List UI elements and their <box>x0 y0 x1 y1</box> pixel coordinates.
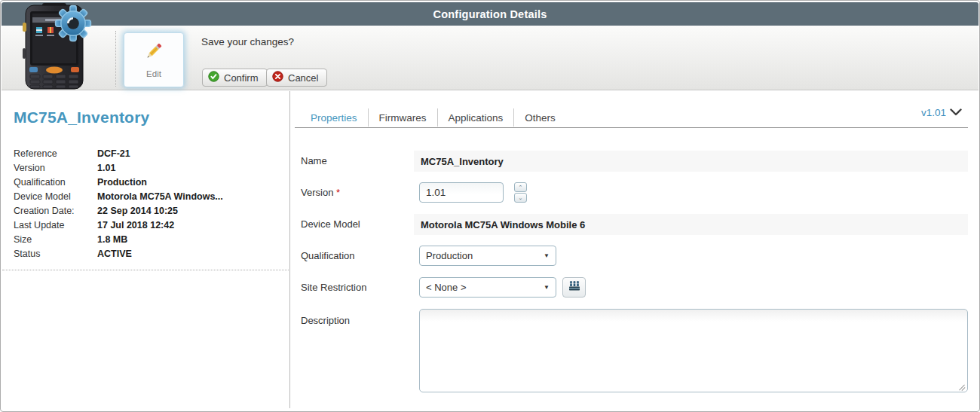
detail-row: Size 1.8 MB <box>14 232 277 246</box>
detail-row: Qualification Production <box>14 175 277 189</box>
detail-value: Motorola MC75A Windows... <box>97 191 223 202</box>
dropdown-arrow-icon: ▼ <box>544 252 550 259</box>
device-model-label: Device Model <box>301 218 360 230</box>
sidebar-dotted-divider <box>2 270 289 270</box>
configuration-name-title: MC75A_Inventory <box>14 108 149 127</box>
device-model-field: Motorola MC75A Windows Mobile 6 <box>414 214 968 235</box>
description-field-frame <box>419 309 968 392</box>
check-circle-icon <box>208 71 219 84</box>
detail-row: Reference DCF-21 <box>14 146 277 160</box>
detail-row: Creation Date: 22 Sep 2014 10:25 <box>14 203 277 218</box>
tab-bar: Properties Firmwares Applications Others <box>300 108 566 127</box>
panel-divider <box>289 91 290 408</box>
configuration-details-page: Configuration Details <box>0 0 980 412</box>
cancel-button-label: Cancel <box>288 72 318 84</box>
detail-value: 1.01 <box>97 163 115 173</box>
detail-value: 1.8 MB <box>97 234 127 245</box>
detail-label: Creation Date: <box>14 206 97 216</box>
toolbar-separator <box>115 31 116 87</box>
detail-label: Device Model <box>14 191 97 202</box>
detail-label: Version <box>14 163 97 173</box>
version-label: Version * <box>301 187 340 198</box>
tab-firmwares[interactable]: Firmwares <box>369 112 437 124</box>
detail-value: 22 Sep 2014 10:25 <box>97 206 178 216</box>
qualification-select[interactable]: Production ▼ <box>419 246 556 266</box>
confirm-button[interactable]: Confirm <box>202 69 268 87</box>
tabbar-underline <box>295 127 968 128</box>
status-badge: ACTIVE <box>97 249 132 259</box>
configuration-summary: Reference DCF-21 Version 1.01 Qualificat… <box>14 146 277 261</box>
sites-icon <box>568 280 581 295</box>
tab-properties[interactable]: Properties <box>300 112 368 124</box>
site-restriction-select-value: < None > <box>426 282 544 293</box>
detail-label: Status <box>14 249 97 259</box>
detail-value: Production <box>97 177 147 188</box>
version-stepper: ⌃ ⌄ <box>514 182 527 203</box>
version-stepper-up[interactable]: ⌃ <box>514 182 527 192</box>
dropdown-arrow-icon: ▼ <box>544 284 550 291</box>
tab-others[interactable]: Others <box>514 112 566 124</box>
x-circle-icon <box>272 71 283 84</box>
pencil-icon <box>144 41 164 64</box>
description-label: Description <box>301 315 350 326</box>
page-title: Configuration Details <box>433 8 547 20</box>
detail-label: Size <box>14 234 97 245</box>
detail-label: Last Update <box>14 220 97 230</box>
version-stepper-down[interactable]: ⌄ <box>514 193 527 203</box>
save-changes-prompt: Save your changes? <box>201 36 294 47</box>
detail-row: Device Model Motorola MC75A Windows... <box>14 189 277 203</box>
edit-button[interactable]: Edit <box>124 32 184 87</box>
detail-row: Last Update 17 Jul 2018 12:42 <box>14 218 277 232</box>
detail-value: DCF-21 <box>97 148 130 159</box>
config-version-selector[interactable]: v1.01 <box>921 105 962 119</box>
detail-row: Status ACTIVE <box>14 246 277 261</box>
detail-label: Qualification <box>14 177 97 188</box>
detail-label: Reference <box>14 148 97 159</box>
confirm-button-label: Confirm <box>224 72 259 84</box>
qualification-label: Qualification <box>301 250 355 261</box>
tab-applications[interactable]: Applications <box>438 112 514 124</box>
description-textarea[interactable] <box>420 310 967 392</box>
required-asterisk: * <box>336 187 340 198</box>
cancel-button[interactable]: Cancel <box>266 69 327 87</box>
window-titlebar: Configuration Details <box>2 2 978 26</box>
detail-row: Version 1.01 <box>14 160 277 175</box>
name-field: MC75A_Inventory <box>414 151 968 172</box>
version-selector-label: v1.01 <box>921 107 946 118</box>
name-label: Name <box>301 155 327 166</box>
manage-sites-button[interactable] <box>562 277 586 298</box>
version-input[interactable] <box>419 182 504 203</box>
gear-icon <box>54 5 92 42</box>
version-label-text: Version <box>301 187 333 198</box>
qualification-select-value: Production <box>426 250 544 261</box>
site-restriction-label: Site Restriction <box>301 282 366 293</box>
chevron-down-icon <box>950 105 962 119</box>
site-restriction-select[interactable]: < None > ▼ <box>419 277 556 298</box>
edit-button-label: Edit <box>146 69 161 78</box>
detail-value: 17 Jul 2018 12:42 <box>97 220 174 230</box>
